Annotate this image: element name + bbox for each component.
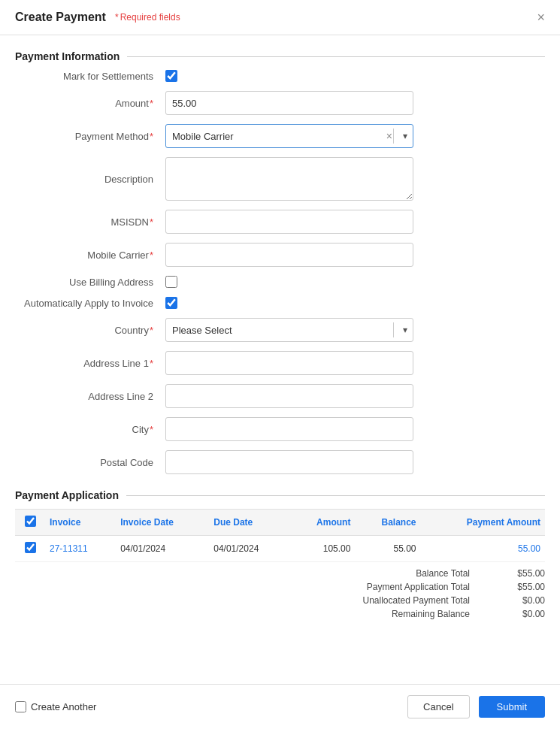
address-line2-input[interactable] xyxy=(165,384,413,408)
required-fields-label: *Required fields xyxy=(115,12,182,23)
amount-label: Amount* xyxy=(15,98,165,109)
row-invoice[interactable]: 27-11311 xyxy=(45,536,116,562)
remaining-balance-value: $0.00 xyxy=(500,609,545,619)
country-select-divider xyxy=(393,322,394,337)
close-button[interactable]: × xyxy=(537,11,545,24)
create-another-label: Create Another xyxy=(31,701,96,712)
postal-code-row: Postal Code xyxy=(15,450,545,474)
payment-info-section-title: Payment Information xyxy=(15,50,545,62)
payment-app-total-value: $55.00 xyxy=(500,582,545,592)
summary-rows: Balance Total $55.00 Payment Application… xyxy=(15,567,545,621)
payment-method-row: Payment Method* Mobile Carrier × ▾ xyxy=(15,124,545,148)
row-balance: 55.00 xyxy=(355,536,420,562)
balance-total-row: Balance Total $55.00 xyxy=(15,567,545,580)
table-header-amount: Amount xyxy=(290,510,355,536)
cancel-button[interactable]: Cancel xyxy=(407,695,469,718)
auto-apply-checkbox-wrapper xyxy=(165,297,177,309)
payment-method-select[interactable]: Mobile Carrier xyxy=(165,124,413,148)
auto-apply-checkbox[interactable] xyxy=(165,297,177,309)
remaining-balance-label: Remaining Balance xyxy=(319,609,470,619)
mark-for-settlements-checkbox[interactable] xyxy=(165,70,177,82)
row-amount: 105.00 xyxy=(290,536,355,562)
table-header-payment-amount: Payment Amount xyxy=(421,510,545,536)
balance-total-label: Balance Total xyxy=(319,568,470,579)
payment-app-total-label: Payment Application Total xyxy=(319,582,470,592)
table-header-balance: Balance xyxy=(355,510,420,536)
row-checkbox-cell xyxy=(15,536,45,562)
auto-apply-label: Automatically Apply to Invoice xyxy=(15,298,165,309)
row-select-checkbox[interactable] xyxy=(25,542,36,553)
payment-method-select-wrapper: Mobile Carrier × ▾ xyxy=(165,124,413,148)
mark-for-settlements-checkbox-wrapper xyxy=(165,70,177,82)
table-header-invoice: Invoice xyxy=(45,510,116,536)
balance-total-value: $55.00 xyxy=(500,568,545,579)
country-row: Country* Please Select ▾ xyxy=(15,318,545,342)
amount-row: Amount* xyxy=(15,91,545,115)
submit-button[interactable]: Submit xyxy=(479,696,545,718)
mobile-carrier-label: Mobile Carrier* xyxy=(15,250,165,261)
city-row: City* xyxy=(15,417,545,441)
country-label: Country* xyxy=(15,325,165,336)
address-line2-row: Address Line 2 xyxy=(15,384,545,408)
table-header-checkbox-col xyxy=(15,510,45,536)
use-billing-address-checkbox-wrapper xyxy=(165,276,177,288)
create-another-checkbox[interactable] xyxy=(15,701,26,712)
modal-body: Payment Information Mark for Settlements… xyxy=(0,35,560,684)
payment-method-label: Payment Method* xyxy=(15,131,165,142)
msisdn-input[interactable] xyxy=(165,210,413,234)
msisdn-row: MSISDN* xyxy=(15,210,545,234)
create-another-wrapper: Create Another xyxy=(15,701,96,712)
row-payment-amount: 55.00 xyxy=(421,536,545,562)
row-due-date: 04/01/2024 xyxy=(209,536,290,562)
city-label: City* xyxy=(15,424,165,435)
payment-method-clear-button[interactable]: × xyxy=(386,131,392,141)
modal-footer: Create Another Cancel Submit xyxy=(0,684,560,729)
table-header-due-date: Due Date xyxy=(209,510,290,536)
description-row: Description xyxy=(15,157,545,201)
use-billing-address-row: Use Billing Address xyxy=(15,276,545,288)
postal-code-input[interactable] xyxy=(165,450,413,474)
payment-application-section-title: Payment Application xyxy=(15,489,545,501)
unallocated-total-value: $0.00 xyxy=(500,595,545,606)
mark-for-settlements-row: Mark for Settlements xyxy=(15,70,545,82)
unallocated-total-label: Unallocated Payment Total xyxy=(319,595,470,606)
country-select[interactable]: Please Select xyxy=(165,318,413,342)
mark-for-settlements-label: Mark for Settlements xyxy=(15,71,165,82)
address-line1-input[interactable] xyxy=(165,351,413,375)
modal-title: Create Payment xyxy=(15,11,106,24)
amount-input[interactable] xyxy=(165,91,413,115)
payment-app-total-row: Payment Application Total $55.00 xyxy=(15,580,545,594)
mobile-carrier-input[interactable] xyxy=(165,243,413,267)
required-asterisk: * xyxy=(115,12,119,23)
modal-header: Create Payment *Required fields × xyxy=(0,0,560,35)
table-row: 27-11311 04/01/2024 04/01/2024 105.00 55… xyxy=(15,536,545,562)
msisdn-label: MSISDN* xyxy=(15,216,165,228)
use-billing-address-label: Use Billing Address xyxy=(15,277,165,288)
postal-code-label: Postal Code xyxy=(15,457,165,468)
payment-application-table: Invoice Invoice Date Due Date Amount Bal… xyxy=(15,509,545,562)
table-header-row: Invoice Invoice Date Due Date Amount Bal… xyxy=(15,510,545,536)
description-label: Description xyxy=(15,174,165,185)
address-line2-label: Address Line 2 xyxy=(15,391,165,402)
address-line1-label: Address Line 1* xyxy=(15,358,165,369)
auto-apply-row: Automatically Apply to Invoice xyxy=(15,297,545,309)
table-header-invoice-date: Invoice Date xyxy=(116,510,209,536)
description-input[interactable] xyxy=(165,157,413,201)
remaining-balance-row: Remaining Balance $0.00 xyxy=(15,607,545,621)
row-invoice-date: 04/01/2024 xyxy=(116,536,209,562)
address-line1-row: Address Line 1* xyxy=(15,351,545,375)
table-select-all-checkbox[interactable] xyxy=(25,516,36,527)
mobile-carrier-row: Mobile Carrier* xyxy=(15,243,545,267)
use-billing-address-checkbox[interactable] xyxy=(165,276,177,288)
select-divider xyxy=(393,129,394,144)
country-select-wrapper: Please Select ▾ xyxy=(165,318,413,342)
city-input[interactable] xyxy=(165,417,413,441)
create-payment-modal: Create Payment *Required fields × Paymen… xyxy=(0,0,560,729)
unallocated-total-row: Unallocated Payment Total $0.00 xyxy=(15,594,545,607)
